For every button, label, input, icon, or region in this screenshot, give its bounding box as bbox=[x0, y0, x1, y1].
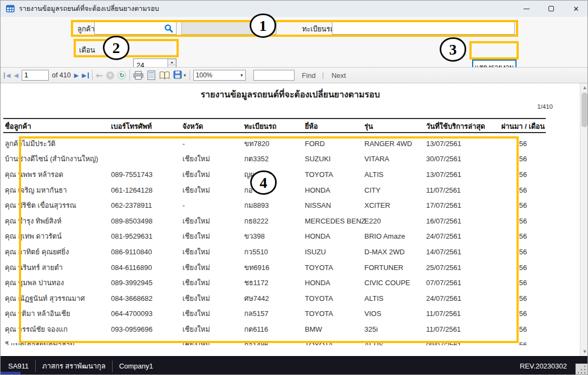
cell-model: E220 bbox=[364, 217, 426, 225]
export-button[interactable]: ▾ bbox=[173, 70, 186, 80]
month-up-button[interactable]: ▲ bbox=[168, 59, 176, 65]
cell-months-elapsed: 56 bbox=[500, 140, 546, 148]
refresh-icon[interactable]: ↻ bbox=[117, 71, 126, 80]
cell-province: เชียงใหม่ bbox=[182, 246, 244, 258]
cell-plate: กต6116 bbox=[244, 324, 305, 335]
plate-input[interactable] bbox=[332, 22, 515, 35]
cell-customer-name: บ้านช่างดีไซน์ (สำนักงานใหญ่) bbox=[5, 153, 111, 165]
status-bar: SA911 ภาสกร สราพัฒนากุล Company1 REV.202… bbox=[1, 356, 588, 375]
cell-months-elapsed: 56 bbox=[500, 232, 546, 240]
status-revision: REV.20230302 bbox=[520, 362, 567, 370]
maximize-icon bbox=[548, 6, 554, 11]
table-row: คุณ นรินทร์ สายตำ 084-6116890 เชียงใหม่ … bbox=[1, 260, 546, 275]
cell-phone: 086-9110840 bbox=[111, 248, 182, 256]
cell-province: เชียงใหม่ bbox=[182, 324, 244, 335]
table-row: คุณ อาทิตย์ คุณยศยิ่ง 086-9110840 เชียงใ… bbox=[1, 244, 546, 260]
cell-plate: ขว398 bbox=[244, 231, 305, 242]
cell-brand: HONDA bbox=[305, 232, 364, 240]
status-user: ภาสกร สราพัฒนากุล bbox=[42, 360, 106, 372]
cell-last-service-date: 13/07/2561 bbox=[426, 140, 500, 148]
cell-brand: SUZUKI bbox=[305, 155, 364, 163]
cell-months-elapsed: 56 bbox=[500, 279, 546, 287]
print-icon[interactable] bbox=[133, 71, 143, 80]
last-page-icon[interactable]: ▶ bbox=[82, 73, 88, 78]
cell-last-service-date: 11/07/2561 bbox=[426, 325, 500, 333]
table-row: คุณ เจริญ มหากันธา 061-1264128 เชียงใหม่… bbox=[1, 182, 546, 198]
page-indicator: 1/410 bbox=[537, 103, 553, 110]
print-layout-icon[interactable] bbox=[147, 70, 156, 80]
scrollbar-thumb[interactable] bbox=[582, 93, 587, 127]
cell-plate: กต3352 bbox=[244, 153, 305, 165]
search-icon[interactable] bbox=[164, 24, 173, 33]
cell-plate: กว5510 bbox=[244, 246, 305, 258]
cell-phone: 093-0959696 bbox=[111, 325, 182, 333]
cell-model: RANGER 4WD bbox=[364, 140, 426, 148]
cell-brand: HONDA bbox=[305, 279, 364, 287]
cell-phone: 089-7551743 bbox=[111, 170, 182, 179]
scroll-down-icon[interactable]: ▼ bbox=[580, 347, 588, 356]
cell-model: ALTIS bbox=[364, 170, 426, 179]
column-header: จังหวัด bbox=[182, 121, 244, 132]
cell-brand: HONDA bbox=[305, 186, 364, 194]
cell-model: FORTUNER bbox=[364, 264, 426, 272]
table-row: คุณ สุเทพ ดาวรัตน์ 081-9529631 เชียงใหม่… bbox=[1, 229, 546, 245]
cell-months-elapsed: 56 bbox=[500, 294, 546, 302]
cell-last-service-date: 14/07/2561 bbox=[426, 248, 500, 256]
cell-last-service-date: 24/07/2561 bbox=[426, 294, 500, 302]
cell-province: เชียงใหม่ bbox=[182, 308, 244, 319]
cell-brand: BMW bbox=[305, 325, 364, 333]
cell-brand: TOYOTA bbox=[305, 294, 364, 302]
taskbar-sliver bbox=[1, 372, 21, 375]
cell-last-service-date: 09/07/2561 bbox=[426, 341, 500, 345]
plate-label: ทะเบียนรถ bbox=[302, 23, 335, 35]
stop-rendering-icon[interactable]: ✕ bbox=[106, 71, 114, 80]
cell-last-service-date: 24/07/2561 bbox=[426, 232, 500, 240]
cell-brand: TOYOTA bbox=[305, 170, 364, 179]
cell-plate: กธ8222 bbox=[244, 215, 305, 227]
cell-months-elapsed: 56 bbox=[500, 201, 546, 209]
filter-panel: ลูกค้า ทะเบียนรถ เดือน ▲ ▼ แสดงรายงาน bbox=[1, 17, 588, 67]
next-link[interactable]: Next bbox=[331, 71, 346, 80]
table-row: ลูกค้าไม่มีประวัติ - ขท7820 FORD RANGER … bbox=[1, 136, 546, 152]
cell-model: D-MAX 2WD bbox=[364, 248, 426, 256]
page-setup-icon[interactable] bbox=[159, 71, 170, 80]
find-separator: | bbox=[322, 71, 324, 79]
maximize-button[interactable] bbox=[539, 1, 564, 17]
cell-phone: 084-6116890 bbox=[111, 264, 182, 272]
close-button[interactable]: ✕ bbox=[564, 1, 588, 17]
cell-customer-name: คุณ นรินทร์ สายตำ bbox=[5, 262, 111, 273]
status-company: Company1 bbox=[119, 362, 153, 370]
cell-customer-name: คุณ ชุมพล ปานทอง bbox=[5, 277, 111, 288]
cell-plate: ขท6916 bbox=[244, 262, 305, 273]
next-page-icon[interactable]: ▶ bbox=[74, 73, 79, 78]
report-scrollbar[interactable]: ▲ ▼ bbox=[580, 83, 588, 356]
cell-last-service-date: 25/07/2561 bbox=[426, 264, 500, 272]
report-title: รายงานข้อมูลรถยนต์ที่จะต้องเปลี่ยนยางตาม… bbox=[1, 88, 580, 101]
back-to-parent-icon[interactable]: ← bbox=[96, 70, 103, 81]
first-page-icon[interactable]: ◀ bbox=[4, 73, 10, 78]
page-number-input[interactable] bbox=[22, 70, 49, 81]
resize-grip[interactable] bbox=[576, 364, 587, 375]
cell-customer-name: คุณ นพพร หล้ารอด bbox=[5, 169, 111, 180]
app-icon bbox=[6, 4, 15, 13]
cell-plate: กล5157 bbox=[244, 308, 305, 319]
cell-months-elapsed: 56 bbox=[500, 186, 546, 194]
scroll-up-icon[interactable]: ▲ bbox=[580, 83, 588, 92]
cell-customer-name: คุณ เจริญ มหากันธา bbox=[5, 185, 111, 196]
cell-province: เชียงใหม่ bbox=[182, 262, 244, 273]
cell-brand: TOYOTA bbox=[305, 264, 364, 272]
previous-page-icon[interactable]: ◀ bbox=[14, 73, 18, 78]
minimize-button[interactable] bbox=[514, 1, 539, 17]
cell-province: เชียงใหม่ bbox=[182, 277, 244, 288]
cell-phone: 089-3992945 bbox=[111, 279, 182, 287]
zoom-select[interactable]: 100% ▾ bbox=[193, 70, 246, 81]
find-input[interactable] bbox=[253, 70, 295, 81]
table-row: คุณ นพพร หล้ารอด 089-7551743 เชียงใหม่ ญ… bbox=[1, 167, 546, 182]
table-row: คุณ รติมา หล้าอินเชีย 064-4700093 เชียงใ… bbox=[1, 306, 546, 322]
title-bar: รายงานข้อมูลรถยนต์ที่จะต้องเปลี่ยนยางตาม… bbox=[1, 1, 588, 17]
table-header-rule bbox=[3, 132, 546, 133]
cell-plate: กอ1486 bbox=[244, 339, 305, 345]
cell-province: - bbox=[182, 140, 244, 148]
cell-plate: ขท7820 bbox=[244, 138, 305, 149]
find-link[interactable]: Find bbox=[302, 71, 316, 80]
